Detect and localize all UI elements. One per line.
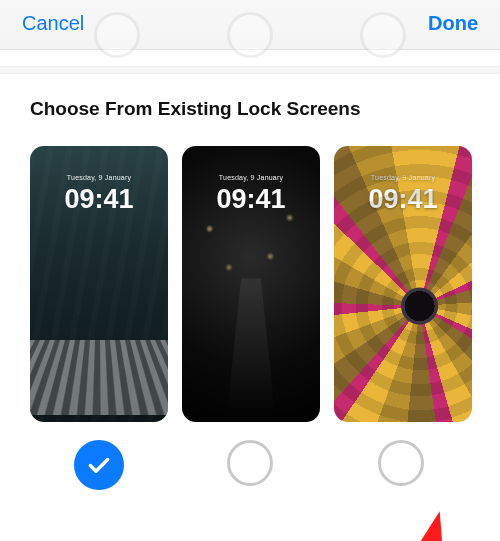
radio-option-2[interactable] [227, 440, 273, 486]
section-title: Choose From Existing Lock Screens [0, 74, 500, 146]
lockscreen-time: 09:41 [30, 184, 168, 215]
lockscreen-option-2[interactable]: Tuesday, 9 January 09:41 [182, 146, 320, 422]
previous-section-peek [0, 50, 500, 66]
checkmark-icon [86, 452, 112, 478]
lockscreen-time: 09:41 [334, 184, 472, 215]
done-button[interactable]: Done [428, 12, 478, 35]
cancel-button[interactable]: Cancel [22, 12, 84, 35]
lockscreen-time: 09:41 [182, 184, 320, 215]
section-divider [0, 66, 500, 74]
radio-option-1-selected[interactable] [74, 440, 124, 490]
lockscreen-option-3[interactable]: Tuesday, 9 January 09:41 [334, 146, 472, 422]
lockscreen-options-row: Tuesday, 9 January 09:41 Tuesday, 9 Janu… [0, 146, 500, 422]
lockscreen-date: Tuesday, 9 January [334, 174, 472, 181]
radio-option-3[interactable] [378, 440, 424, 486]
selection-indicators-row [0, 422, 500, 490]
lockscreen-option-1[interactable]: Tuesday, 9 January 09:41 [30, 146, 168, 422]
lockscreen-date: Tuesday, 9 January [30, 174, 168, 181]
lockscreen-date: Tuesday, 9 January [182, 174, 320, 181]
